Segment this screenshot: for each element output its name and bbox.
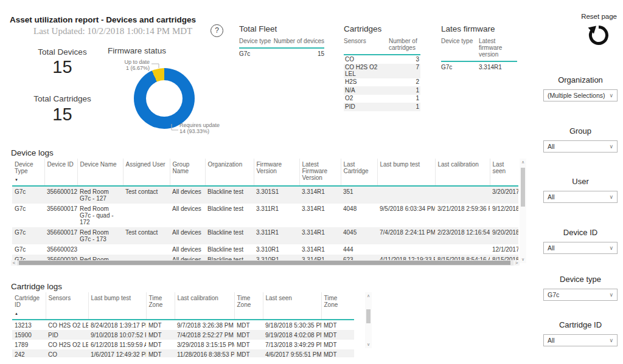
latest-firmware-title: Lates firmware: [441, 24, 517, 33]
scroll-right-icon[interactable]: >: [513, 260, 520, 266]
chevron-down-icon: ∨: [609, 337, 613, 343]
table-row[interactable]: 13213CO H2S O2 LEL 8/24/2018 1:39:17 PMM…: [12, 320, 354, 330]
filter-label: Device type: [543, 275, 618, 284]
table-row[interactable]: G7c 3.314R1: [441, 62, 517, 72]
cartridges-summary-card: Cartridges Sensors Number of cartridges …: [344, 24, 420, 111]
column-header[interactable]: Last calibration: [175, 292, 234, 320]
chevron-down-icon: ∨: [609, 292, 613, 298]
filter-group: Organization (Multiple Selections) ∨: [543, 75, 618, 101]
column-header[interactable]: Latest Firmware Version: [299, 159, 341, 186]
filter-label: Group: [543, 126, 618, 136]
horizontal-scrollbar[interactable]: < >: [11, 260, 520, 266]
device-logs-panel: Device logs Device Type▼ Device ID Devic…: [11, 148, 526, 269]
column-header[interactable]: Last seen: [490, 159, 518, 186]
scrollbar-thumb[interactable]: [19, 261, 510, 265]
total-cartridges-value: 15: [18, 105, 106, 125]
scroll-left-icon[interactable]: <: [11, 260, 17, 266]
reset-page-button[interactable]: Reset page: [563, 13, 619, 48]
latest-firmware-card: Lates firmware Device type Latest firmwa…: [441, 24, 517, 72]
scroll-down-icon[interactable]: ∨: [365, 342, 372, 347]
table-row[interactable]: CO H2S O2 LEL 7: [344, 64, 420, 78]
filter-panel: Organization (Multiple Selections) ∨ Gro…: [543, 75, 618, 355]
column-header[interactable]: Time Zone: [146, 292, 175, 320]
table-row[interactable]: G7c3566000237 All devicesBlackline test …: [12, 244, 518, 255]
scroll-up-icon[interactable]: ∧: [520, 160, 526, 165]
table-row[interactable]: G7c3566000172 Red Room G7c - quad - 172 …: [12, 204, 518, 227]
cartridges-summary-title: Cartridges: [344, 24, 420, 33]
table-row[interactable]: H2S 2: [344, 78, 420, 87]
column-header[interactable]: Time Zone: [234, 292, 263, 320]
column-header[interactable]: Last seen: [263, 292, 321, 320]
filter-dropdown[interactable]: (Multiple Selections) ∨: [543, 89, 618, 101]
column-header[interactable]: Time Zone: [321, 292, 354, 320]
column-header[interactable]: Organization: [205, 159, 254, 186]
column-header[interactable]: Firmware Version: [254, 159, 299, 186]
sort-ascending-icon: ▲: [15, 311, 43, 317]
filter-dropdown[interactable]: All ∨: [543, 140, 618, 153]
scrollbar-thumb[interactable]: [366, 309, 371, 323]
column-header[interactable]: Number of devices: [273, 38, 324, 44]
column-header[interactable]: Device type: [239, 38, 273, 44]
column-header[interactable]: Cartridge ID▲: [12, 292, 46, 320]
vertical-scrollbar[interactable]: ∧ ∨: [520, 159, 526, 263]
table-row[interactable]: G7c 15: [239, 49, 324, 59]
column-header[interactable]: Last bump test: [377, 159, 435, 186]
column-header[interactable]: Device Type▼: [12, 159, 44, 186]
chevron-down-icon: ∨: [609, 143, 613, 149]
last-updated-timestamp: Last Updated: 10/2/2018 1:00:14 PM MDT: [33, 26, 192, 36]
table-row[interactable]: PID 1: [344, 103, 420, 111]
column-header[interactable]: Group Name: [170, 159, 205, 186]
table-row[interactable]: 15900PID 9/10/2018 10:07:52 PMMDT 7/4/20…: [12, 330, 354, 340]
firmware-status-title: Firmware status: [108, 46, 166, 55]
chevron-down-icon: ∨: [609, 245, 613, 251]
column-header[interactable]: Sensors: [46, 292, 88, 320]
column-header[interactable]: Last bump test: [88, 292, 146, 320]
filter-label: Device ID: [543, 228, 618, 237]
column-header[interactable]: Sensors: [344, 38, 389, 51]
column-header[interactable]: Last calibration: [435, 159, 490, 186]
scroll-down-icon[interactable]: ∨: [520, 257, 526, 262]
device-logs-title: Device logs: [11, 148, 526, 157]
scroll-up-icon[interactable]: ∧: [365, 294, 372, 298]
help-icon[interactable]: ?: [211, 24, 223, 37]
filter-dropdown[interactable]: All ∨: [543, 242, 618, 254]
table-row[interactable]: N/A 1: [344, 86, 420, 95]
column-header[interactable]: Number of cartridges: [389, 38, 420, 51]
total-devices-value: 15: [18, 57, 106, 77]
table-row[interactable]: CO 3: [344, 55, 420, 64]
table-row[interactable]: O2 1: [344, 95, 420, 103]
total-cartridges-label: Total Cartridges: [18, 94, 106, 103]
column-header[interactable]: Last Cartridge: [341, 159, 377, 186]
total-devices-label: Total Devices: [18, 47, 106, 57]
filter-label: User: [543, 177, 618, 186]
table-row[interactable]: G7c3566000127 Red Room G7c - 127Test con…: [12, 186, 518, 204]
table-row[interactable]: G7c3566000173 Red Room G7c - 173Test con…: [12, 227, 518, 244]
filter-group: Group All ∨: [543, 126, 618, 153]
column-header[interactable]: Device Name: [77, 159, 123, 186]
device-logs-table: Device Type▼ Device ID Device Name Assig…: [12, 159, 518, 260]
reset-icon: [586, 22, 611, 48]
scrollbar-thumb[interactable]: [521, 168, 525, 207]
total-fleet-card: Total Fleet Device type Number of device…: [239, 24, 324, 59]
vertical-scrollbar[interactable]: ∧ ∨: [365, 292, 372, 348]
column-header[interactable]: Assigned User: [123, 159, 170, 186]
cartridge-logs-title: Cartridge logs: [11, 282, 376, 291]
filter-group: Cartridge ID All ∨: [543, 320, 618, 346]
filter-group: Device ID All ∨: [543, 228, 618, 254]
column-header[interactable]: Device ID: [44, 159, 77, 186]
filter-dropdown[interactable]: G7c ∨: [543, 289, 618, 301]
cartridge-logs-table: Cartridge ID▲ Sensors Last bump test Tim…: [12, 292, 354, 357]
filter-dropdown[interactable]: All ∨: [543, 191, 618, 203]
total-fleet-title: Total Fleet: [239, 24, 324, 33]
filter-group: User All ∨: [543, 177, 618, 203]
column-header[interactable]: Device type: [441, 38, 479, 58]
reset-page-label: Reset page: [563, 13, 619, 20]
chevron-down-icon: ∨: [609, 194, 613, 200]
donut-label-requires-update: Requires update14 (93.33%): [179, 122, 234, 134]
table-row[interactable]: 1789CO H2S O2 LEL 6/12/2018 11:59:59 AMM…: [12, 340, 354, 349]
column-header[interactable]: Latest firmware version: [479, 38, 517, 58]
table-row[interactable]: G7c3566000309 Red Room G7c - 309 All dev…: [12, 255, 518, 260]
filter-dropdown[interactable]: All ∨: [543, 334, 618, 346]
table-row[interactable]: 242CO 1/6/2017 12:49:32 PMMDT 11/28/2016…: [12, 349, 354, 357]
page-title: Asset utilization report - Devices and c…: [10, 15, 196, 24]
